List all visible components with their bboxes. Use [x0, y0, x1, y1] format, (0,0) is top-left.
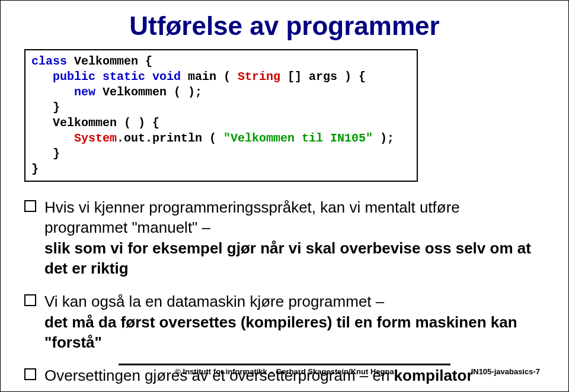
- code-text: }: [31, 101, 60, 114]
- bullet-icon: [24, 200, 36, 212]
- code-text: main (: [181, 70, 238, 83]
- code-text: Velkommen {: [67, 54, 152, 68]
- code-text: Velkommen ( );: [95, 85, 202, 99]
- footer: © Institutt for informatikk – Gerhard Sk…: [1, 364, 568, 376]
- list-item-text: Hvis vi kjenner programmeringsspråket, k…: [44, 197, 545, 278]
- slide: Utførelse av programmer class Velkommen …: [0, 0, 569, 392]
- text-span: slik som vi for eksempel gjør når vi ska…: [44, 239, 531, 277]
- code-kw: new: [31, 85, 95, 99]
- code-string: "Velkommen til IN105": [223, 131, 373, 145]
- code-text: [] args ) {: [280, 70, 366, 83]
- bullet-icon: [24, 294, 36, 306]
- code-class: String: [238, 70, 280, 83]
- code-text: }: [31, 147, 60, 160]
- text-span: Hvis vi kjenner programmeringsspråket, k…: [44, 198, 460, 236]
- code-kw: class: [31, 54, 67, 68]
- footer-center: © Institutt for informatikk – Gerhard Sk…: [119, 364, 450, 376]
- text-span: det må da først: [44, 313, 159, 331]
- bullet-list: Hvis vi kjenner programmeringsspråket, k…: [24, 197, 545, 386]
- code-kw: public static void: [31, 70, 181, 83]
- footer-right: IN105-javabasics-7: [471, 367, 540, 376]
- code-text: .out.println (: [117, 131, 223, 145]
- code-class: System: [31, 131, 117, 145]
- code-text: Velkommen ( ) {: [31, 116, 159, 130]
- text-span: oversettes: [159, 313, 236, 331]
- text-span: Vi kan også la en datamaskin kjøre progr…: [44, 293, 384, 310]
- code-text: }: [31, 162, 39, 176]
- code-text: );: [373, 131, 394, 145]
- list-item: Vi kan også la en datamaskin kjøre progr…: [24, 291, 545, 352]
- list-item-text: Vi kan også la en datamaskin kjøre progr…: [44, 291, 545, 352]
- page-title: Utførelse av programmer: [24, 11, 545, 41]
- code-box: class Velkommen { public static void mai…: [24, 49, 418, 182]
- list-item: Hvis vi kjenner programmeringsspråket, k…: [24, 197, 545, 278]
